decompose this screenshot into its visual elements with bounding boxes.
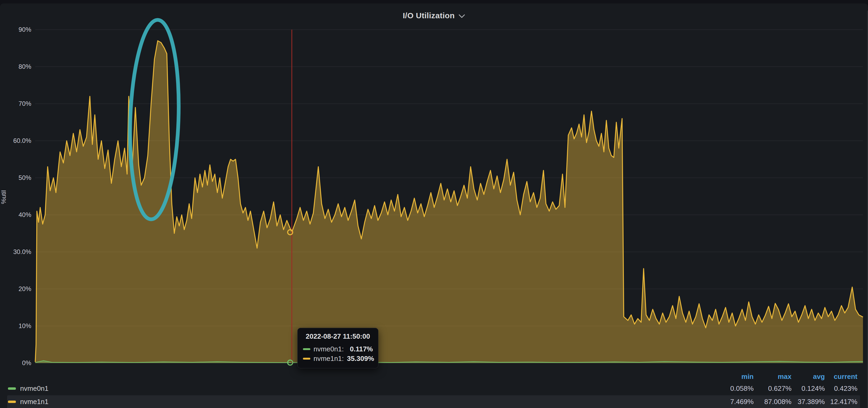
y-tick-label: 0%: [22, 359, 31, 367]
y-tick-label: 40%: [19, 211, 31, 219]
legend-value-min: 7.469%: [730, 398, 754, 406]
panel-header[interactable]: I/O Utilization: [0, 3, 868, 28]
y-axis-ticks: %util 90%80%70%60.0%50%40%30.0%20%10%0%: [0, 0, 31, 408]
legend-column-current[interactable]: current: [834, 373, 858, 381]
y-tick-label: 90%: [19, 26, 31, 34]
legend: min max avg current nvme0n1 0.058% 0.627…: [0, 369, 868, 408]
y-axis-title: %util: [0, 179, 7, 216]
legend-row-nvme0n1[interactable]: nvme0n1 0.058% 0.627% 0.124% 0.423%: [0, 383, 868, 394]
series-color-swatch: [303, 348, 310, 350]
legend-column-avg[interactable]: avg: [813, 373, 825, 381]
tooltip-series-label: nvme1n1:: [313, 354, 344, 363]
series-color-swatch: [8, 401, 16, 403]
legend-column-max[interactable]: max: [778, 373, 792, 381]
legend-value-min: 0.058%: [730, 384, 754, 393]
tooltip-series-value: 35.309%: [347, 354, 374, 363]
legend-series-toggle[interactable]: nvme1n1: [8, 395, 49, 408]
scrollbar[interactable]: [867, 10, 868, 408]
legend-row-nvme1n1[interactable]: nvme1n1 7.469% 87.008% 37.389% 12.417%: [0, 395, 868, 408]
series-color-swatch: [303, 358, 310, 360]
tooltip-timestamp: 2022-08-27 11:50:00: [303, 332, 373, 341]
legend-header-row: min max avg current: [0, 371, 868, 382]
chevron-down-icon[interactable]: [458, 14, 465, 18]
tooltip-series-label: nvme0n1:: [313, 345, 344, 353]
tooltip-series-row: nvme1n1: 35.309%: [303, 354, 373, 363]
y-tick-label: 10%: [19, 322, 31, 330]
panel-title[interactable]: I/O Utilization: [403, 11, 455, 20]
legend-value-max: 0.627%: [768, 384, 792, 393]
tooltip-series-row: nvme0n1: 0.117%: [303, 344, 373, 354]
legend-series-toggle[interactable]: nvme0n1: [8, 383, 49, 394]
plot-svg[interactable]: [0, 0, 868, 408]
y-tick-label: 30.0%: [13, 248, 31, 256]
legend-value-avg: 37.389%: [798, 398, 825, 406]
legend-value-current: 12.417%: [830, 398, 858, 406]
y-tick-label: 60.0%: [13, 137, 31, 145]
y-tick-label: 80%: [19, 63, 31, 71]
legend-value-max: 87.008%: [764, 398, 792, 406]
hover-tooltip: 2022-08-27 11:50:00 nvme0n1: 0.117% nvme…: [298, 328, 378, 368]
series-area-nvme1n1: [35, 41, 863, 363]
legend-column-min[interactable]: min: [741, 373, 754, 381]
y-tick-label: 20%: [19, 285, 31, 293]
legend-value-current: 0.423%: [834, 384, 858, 393]
legend-value-avg: 0.124%: [802, 384, 825, 393]
y-tick-label: 50%: [19, 174, 31, 182]
y-tick-label: 70%: [19, 100, 31, 108]
series-color-swatch: [8, 387, 16, 390]
legend-series-name[interactable]: nvme0n1: [20, 384, 49, 393]
legend-series-name[interactable]: nvme1n1: [20, 398, 49, 406]
tooltip-series-value: 0.117%: [350, 345, 373, 353]
